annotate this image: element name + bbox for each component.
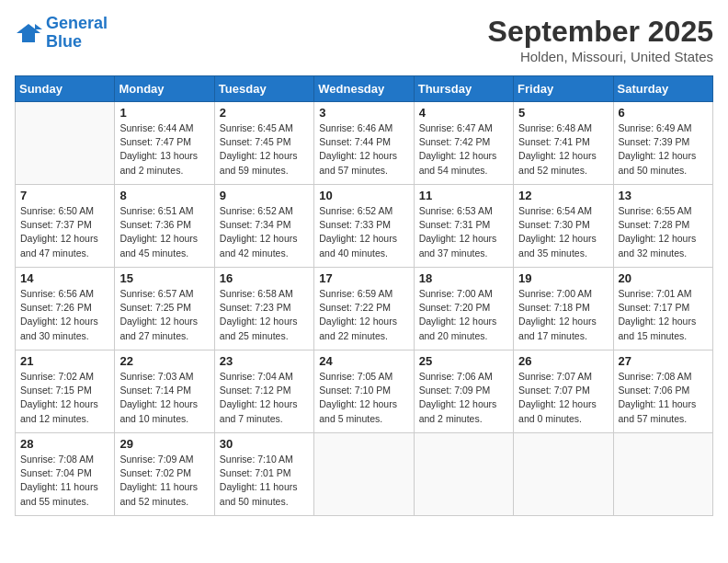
day-number: 7: [20, 189, 109, 202]
day-number: 2: [220, 106, 309, 120]
day-number: 14: [20, 271, 109, 285]
day-number: 15: [119, 271, 209, 285]
day-number: 18: [419, 271, 508, 285]
calendar-cell: [514, 433, 613, 516]
day-info: Sunrise: 6:49 AMSunset: 7:39 PMDaylight:…: [619, 121, 708, 178]
calendar-cell: 1Sunrise: 6:44 AMSunset: 7:47 PMDaylight…: [115, 102, 214, 185]
day-info: Sunrise: 6:58 AMSunset: 7:23 PMDaylight:…: [220, 287, 309, 343]
calendar-cell: [613, 433, 712, 516]
day-number: 23: [220, 354, 309, 368]
day-number: 27: [619, 354, 708, 368]
day-info: Sunrise: 7:00 AMSunset: 7:18 PMDaylight:…: [518, 287, 608, 343]
day-number: 12: [518, 189, 608, 202]
day-info: Sunrise: 6:53 AMSunset: 7:31 PMDaylight:…: [419, 204, 508, 260]
day-number: 30: [220, 437, 309, 451]
day-number: 6: [619, 106, 708, 120]
calendar-cell: 4Sunrise: 6:47 AMSunset: 7:42 PMDaylight…: [414, 102, 513, 185]
title-section: September 2025 Holden, Missouri, United …: [488, 15, 713, 64]
day-number: 25: [419, 354, 508, 368]
logo-icon: [15, 20, 42, 46]
calendar-cell: 9Sunrise: 6:52 AMSunset: 7:34 PMDaylight…: [214, 185, 313, 268]
day-info: Sunrise: 6:52 AMSunset: 7:33 PMDaylight:…: [319, 204, 408, 260]
calendar-cell: 13Sunrise: 6:55 AMSunset: 7:28 PMDayligh…: [613, 185, 712, 268]
logo-text-blue: Blue: [46, 33, 108, 52]
weekday-header: Saturday: [613, 76, 712, 102]
day-info: Sunrise: 7:08 AMSunset: 7:04 PMDaylight:…: [20, 453, 109, 509]
day-info: Sunrise: 6:46 AMSunset: 7:44 PMDaylight:…: [319, 121, 408, 178]
day-info: Sunrise: 6:54 AMSunset: 7:30 PMDaylight:…: [518, 204, 608, 260]
week-row: 28Sunrise: 7:08 AMSunset: 7:04 PMDayligh…: [16, 433, 713, 516]
weekday-header: Friday: [514, 76, 613, 102]
calendar-cell: 29Sunrise: 7:09 AMSunset: 7:02 PMDayligh…: [115, 433, 214, 516]
day-number: 10: [319, 189, 408, 202]
day-number: 9: [220, 189, 309, 202]
svg-marker-1: [35, 24, 42, 29]
day-number: 17: [319, 271, 408, 285]
calendar-cell: 2Sunrise: 6:45 AMSunset: 7:45 PMDaylight…: [214, 102, 313, 185]
day-info: Sunrise: 7:06 AMSunset: 7:09 PMDaylight:…: [419, 370, 508, 426]
calendar-cell: 7Sunrise: 6:50 AMSunset: 7:37 PMDaylight…: [16, 185, 115, 268]
day-info: Sunrise: 6:48 AMSunset: 7:41 PMDaylight:…: [518, 121, 608, 178]
calendar-cell: 5Sunrise: 6:48 AMSunset: 7:41 PMDaylight…: [514, 102, 613, 185]
logo-text-general: General: [46, 15, 108, 33]
calendar-cell: 6Sunrise: 6:49 AMSunset: 7:39 PMDaylight…: [613, 102, 712, 185]
weekday-header: Sunday: [16, 76, 115, 102]
day-info: Sunrise: 7:05 AMSunset: 7:10 PMDaylight:…: [319, 370, 408, 426]
week-row: 1Sunrise: 6:44 AMSunset: 7:47 PMDaylight…: [16, 102, 713, 185]
calendar-cell: 12Sunrise: 6:54 AMSunset: 7:30 PMDayligh…: [514, 185, 613, 268]
calendar-cell: 24Sunrise: 7:05 AMSunset: 7:10 PMDayligh…: [314, 350, 414, 433]
calendar-cell: 11Sunrise: 6:53 AMSunset: 7:31 PMDayligh…: [414, 185, 513, 268]
day-info: Sunrise: 7:04 AMSunset: 7:12 PMDaylight:…: [220, 370, 309, 426]
day-number: 13: [619, 189, 708, 202]
weekday-header: Tuesday: [214, 76, 313, 102]
calendar-cell: 14Sunrise: 6:56 AMSunset: 7:26 PMDayligh…: [16, 268, 115, 350]
calendar-cell: 15Sunrise: 6:57 AMSunset: 7:25 PMDayligh…: [115, 268, 214, 350]
calendar-table: SundayMondayTuesdayWednesdayThursdayFrid…: [15, 75, 713, 516]
calendar-cell: 20Sunrise: 7:01 AMSunset: 7:17 PMDayligh…: [613, 268, 712, 350]
month-title: September 2025: [488, 15, 713, 49]
day-info: Sunrise: 6:55 AMSunset: 7:28 PMDaylight:…: [619, 204, 708, 260]
weekday-header: Wednesday: [314, 76, 414, 102]
page-header: General Blue September 2025 Holden, Miss…: [15, 15, 713, 64]
day-info: Sunrise: 6:59 AMSunset: 7:22 PMDaylight:…: [319, 287, 408, 343]
day-number: 8: [119, 189, 209, 202]
calendar-cell: 22Sunrise: 7:03 AMSunset: 7:14 PMDayligh…: [115, 350, 214, 433]
weekday-header-row: SundayMondayTuesdayWednesdayThursdayFrid…: [16, 76, 713, 102]
day-number: 24: [319, 354, 408, 368]
day-info: Sunrise: 7:07 AMSunset: 7:07 PMDaylight:…: [518, 370, 608, 426]
day-info: Sunrise: 6:51 AMSunset: 7:36 PMDaylight:…: [119, 204, 209, 260]
day-info: Sunrise: 7:03 AMSunset: 7:14 PMDaylight:…: [119, 370, 209, 426]
day-info: Sunrise: 6:45 AMSunset: 7:45 PMDaylight:…: [220, 121, 309, 178]
day-info: Sunrise: 7:00 AMSunset: 7:20 PMDaylight:…: [419, 287, 508, 343]
calendar-cell: 17Sunrise: 6:59 AMSunset: 7:22 PMDayligh…: [314, 268, 414, 350]
calendar-cell: 8Sunrise: 6:51 AMSunset: 7:36 PMDaylight…: [115, 185, 214, 268]
day-number: 4: [419, 106, 508, 120]
week-row: 14Sunrise: 6:56 AMSunset: 7:26 PMDayligh…: [16, 268, 713, 350]
logo: General Blue: [15, 15, 108, 52]
weekday-header: Monday: [115, 76, 214, 102]
day-number: 16: [220, 271, 309, 285]
day-number: 11: [419, 189, 508, 202]
day-info: Sunrise: 7:09 AMSunset: 7:02 PMDaylight:…: [119, 453, 209, 509]
week-row: 7Sunrise: 6:50 AMSunset: 7:37 PMDaylight…: [16, 185, 713, 268]
day-info: Sunrise: 6:50 AMSunset: 7:37 PMDaylight:…: [20, 204, 109, 260]
calendar-cell: 28Sunrise: 7:08 AMSunset: 7:04 PMDayligh…: [16, 433, 115, 516]
day-info: Sunrise: 6:44 AMSunset: 7:47 PMDaylight:…: [119, 121, 209, 178]
day-number: 22: [119, 354, 209, 368]
calendar-cell: 3Sunrise: 6:46 AMSunset: 7:44 PMDaylight…: [314, 102, 414, 185]
location-subtitle: Holden, Missouri, United States: [488, 49, 713, 64]
day-number: 3: [319, 106, 408, 120]
day-number: 19: [518, 271, 608, 285]
calendar-cell: 30Sunrise: 7:10 AMSunset: 7:01 PMDayligh…: [214, 433, 313, 516]
day-info: Sunrise: 7:02 AMSunset: 7:15 PMDaylight:…: [20, 370, 109, 426]
day-info: Sunrise: 6:47 AMSunset: 7:42 PMDaylight:…: [419, 121, 508, 178]
calendar-cell: [16, 102, 115, 185]
calendar-cell: 26Sunrise: 7:07 AMSunset: 7:07 PMDayligh…: [514, 350, 613, 433]
day-number: 5: [518, 106, 608, 120]
day-info: Sunrise: 7:01 AMSunset: 7:17 PMDaylight:…: [619, 287, 708, 343]
calendar-cell: 18Sunrise: 7:00 AMSunset: 7:20 PMDayligh…: [414, 268, 513, 350]
day-info: Sunrise: 6:56 AMSunset: 7:26 PMDaylight:…: [20, 287, 109, 343]
calendar-cell: 10Sunrise: 6:52 AMSunset: 7:33 PMDayligh…: [314, 185, 414, 268]
day-info: Sunrise: 7:08 AMSunset: 7:06 PMDaylight:…: [619, 370, 708, 426]
day-number: 1: [119, 106, 209, 120]
